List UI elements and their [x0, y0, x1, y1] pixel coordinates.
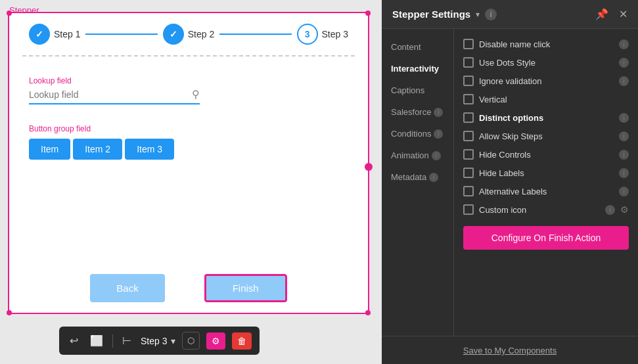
option-distinct-options: Distinct options i [463, 109, 629, 126]
device-icon[interactable]: ⬜ [87, 333, 106, 348]
info-alternative-labels[interactable]: i [619, 187, 629, 196]
gear-icon-custom[interactable]: ⚙ [620, 204, 629, 215]
settings-header: Stepper Settings ▾ i 📌 ✕ [382, 0, 638, 29]
sidebar-item-interactivity[interactable]: Interactivity [382, 58, 453, 79]
label-use-dots-style: Use Dots Style [479, 58, 614, 68]
corner-dot-br [365, 310, 371, 315]
checkbox-vertical[interactable] [463, 94, 474, 104]
canvas-area: Stepper ✓ Step 1 ✓ Step 2 3 [0, 0, 381, 364]
toolbar-divider-1 [112, 334, 113, 348]
settings-button[interactable]: ⚙ [206, 332, 225, 350]
info-disable-name-click[interactable]: i [619, 39, 629, 49]
sidebar-item-animation[interactable]: Animation i [382, 145, 453, 166]
info-ignore-validation[interactable]: i [619, 76, 629, 86]
step-1-circle[interactable]: ✓ [29, 24, 50, 45]
step-select-chevron: ▾ [171, 336, 175, 346]
button-item-2[interactable]: Item 3 [125, 139, 174, 160]
back-button[interactable]: Back [90, 274, 164, 302]
option-alternative-labels: Alternative Labels i [463, 183, 629, 200]
label-distinct-options: Distinct options [479, 113, 614, 123]
metadata-label: Metadata [391, 172, 426, 182]
settings-info-icon[interactable]: i [485, 9, 497, 20]
settings-options: Disable name click i Use Dots Style i Ig… [454, 29, 638, 336]
checkbox-hide-labels[interactable] [463, 168, 474, 178]
stepper-container: ✓ Step 1 ✓ Step 2 3 Step 3 Lookup field [8, 12, 369, 314]
content-label: Content [391, 42, 421, 52]
button-item-1[interactable]: Item 2 [73, 139, 122, 160]
info-distinct-options[interactable]: i [619, 113, 629, 123]
settings-body: Content Interactivity Captions Salesforc… [382, 29, 638, 336]
info-hide-controls[interactable]: i [619, 150, 629, 160]
bottom-toolbar: ↩ ⬜ ⊢ Step 3 ▾ ⬡ ⚙ 🗑 [59, 327, 260, 355]
lookup-field-label: Lookup field [29, 76, 348, 85]
animation-info-icon[interactable]: i [432, 151, 441, 160]
info-allow-skip-steps[interactable]: i [619, 131, 629, 141]
step-2-label: Step 2 [188, 29, 214, 39]
step-indicator: ✓ Step 1 ✓ Step 2 3 Step 3 [9, 13, 368, 55]
align-icon[interactable]: ⊢ [120, 333, 134, 348]
salesforce-info-icon[interactable]: i [434, 108, 443, 117]
step-select-label: Step 3 [141, 336, 167, 346]
corner-dot-bl [7, 310, 12, 315]
info-hide-labels[interactable]: i [619, 168, 629, 178]
undo-icon[interactable]: ↩ [67, 333, 81, 348]
animation-label: Animation [391, 150, 429, 160]
checkbox-distinct-options[interactable] [463, 112, 474, 123]
sidebar-item-salesforce[interactable]: Salesforce i [382, 102, 453, 122]
label-hide-labels: Hide Labels [479, 168, 614, 178]
settings-title: Stepper Settings [392, 9, 470, 20]
button-group-label: Button group field [29, 124, 348, 133]
resize-handle[interactable] [365, 163, 373, 171]
settings-nav: Content Interactivity Captions Salesforc… [382, 29, 454, 336]
button-item-0[interactable]: Item [29, 139, 70, 160]
search-icon: ⚲ [192, 88, 200, 101]
save-footer: Save to My Components [382, 336, 638, 364]
info-use-dots-style[interactable]: i [619, 58, 629, 68]
step-select[interactable]: Step 3 ▾ [141, 336, 175, 346]
salesforce-label: Salesforce [391, 107, 431, 117]
step-line-1 [85, 34, 157, 35]
sidebar-item-conditions[interactable]: Conditions i [382, 124, 453, 144]
checkbox-hide-controls[interactable] [463, 149, 474, 160]
checkbox-disable-name-click[interactable] [463, 39, 474, 49]
checkbox-custom-icon[interactable] [463, 204, 474, 215]
delete-button[interactable]: 🗑 [232, 332, 252, 350]
configure-on-finish-button[interactable]: Configure On Finish Action [463, 226, 629, 250]
step-1-label: Step 1 [54, 29, 80, 39]
divider [22, 55, 355, 57]
sidebar-item-captions[interactable]: Captions [382, 80, 453, 101]
label-ignore-validation: Ignore validation [479, 76, 614, 86]
sidebar-item-content[interactable]: Content [382, 37, 453, 57]
interactivity-label: Interactivity [391, 64, 439, 74]
pin-icon[interactable]: 📌 [595, 8, 608, 20]
option-ignore-validation: Ignore validation i [463, 72, 629, 89]
metadata-info-icon[interactable]: i [429, 173, 438, 182]
checkbox-alternative-labels[interactable] [463, 186, 474, 196]
lookup-input[interactable] [29, 89, 192, 100]
step-3-circle[interactable]: 3 [297, 24, 318, 45]
finish-button[interactable]: Finish [204, 274, 287, 302]
settings-panel: Stepper Settings ▾ i 📌 ✕ Content Interac… [382, 0, 638, 364]
option-disable-name-click: Disable name click i [463, 35, 629, 53]
label-disable-name-click: Disable name click [479, 39, 614, 49]
step-line-2 [219, 34, 291, 35]
option-allow-skip-steps: Allow Skip Steps i [463, 127, 629, 145]
button-group: Item Item 2 Item 3 [29, 139, 348, 160]
option-use-dots-style: Use Dots Style i [463, 54, 629, 71]
external-link-button[interactable]: ⬡ [182, 332, 200, 350]
conditions-info-icon[interactable]: i [434, 129, 443, 139]
checkbox-ignore-validation[interactable] [463, 76, 474, 86]
label-vertical: Vertical [479, 95, 629, 104]
checkbox-allow-skip-steps[interactable] [463, 131, 474, 141]
label-alternative-labels: Alternative Labels [479, 187, 614, 196]
sidebar-item-metadata[interactable]: Metadata i [382, 167, 453, 187]
info-custom-icon[interactable]: i [605, 205, 615, 215]
label-hide-controls: Hide Controls [479, 150, 614, 160]
checkbox-use-dots-style[interactable] [463, 57, 474, 68]
conditions-label: Conditions [391, 129, 431, 139]
step-2-circle[interactable]: ✓ [163, 24, 184, 45]
close-icon[interactable]: ✕ [619, 8, 627, 20]
save-to-my-components-link[interactable]: Save to My Components [463, 346, 557, 355]
settings-dropdown-icon[interactable]: ▾ [476, 10, 480, 19]
form-content: Lookup field ⚲ Button group field Item I… [9, 70, 368, 166]
